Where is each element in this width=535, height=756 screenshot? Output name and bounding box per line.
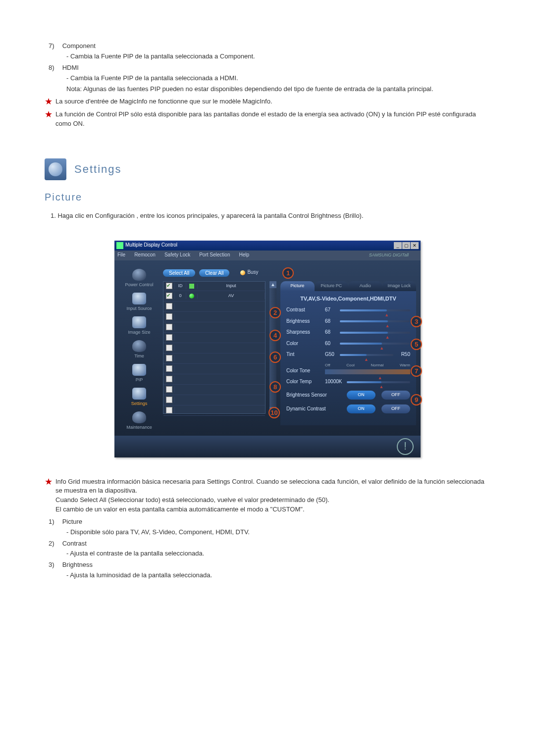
checkbox[interactable]: [166, 376, 172, 382]
checkbox[interactable]: [166, 334, 172, 341]
checkbox[interactable]: [166, 283, 172, 289]
pip-icon: [132, 364, 146, 376]
sidebar-item-pip[interactable]: PIP: [119, 362, 159, 383]
checkbox[interactable]: [166, 324, 172, 330]
col-input: Input: [198, 283, 265, 289]
table-row[interactable]: [163, 385, 265, 395]
maximize-button[interactable]: ▢: [402, 242, 410, 249]
table-row[interactable]: [163, 343, 265, 353]
sidebar-item-time[interactable]: Time: [119, 339, 159, 359]
settings-icon: [45, 158, 66, 180]
color-slider[interactable]: Color 60: [286, 340, 410, 348]
checkbox[interactable]: [166, 365, 172, 372]
checkbox[interactable]: [166, 303, 172, 309]
pane-subtitle: TV,AV,S-Video,Component,HDMI,DTV: [286, 295, 410, 303]
item-number: 2): [49, 539, 60, 549]
brightness-slider[interactable]: Brightness 68: [286, 318, 410, 325]
sidebar-item-image-size[interactable]: Image Size: [119, 315, 159, 336]
off-button[interactable]: OFF: [381, 391, 410, 400]
sidebar-label: Settings: [131, 401, 148, 407]
slider-value: 68: [325, 329, 340, 336]
footnote-text: La source d'entrée de MagicInfo ne fonct…: [55, 97, 490, 107]
minimize-button[interactable]: _: [394, 242, 402, 249]
table-row[interactable]: [163, 395, 265, 405]
sidebar-item-settings[interactable]: Settings: [119, 386, 159, 407]
slider-label: Contrast: [286, 306, 325, 314]
intro-number: 1.: [51, 212, 56, 219]
list-item: 3) Brightness Ajusta la luminosidad de l…: [49, 560, 490, 580]
checkbox[interactable]: [166, 345, 172, 351]
tab-picture-pc[interactable]: Picture PC: [315, 281, 349, 291]
sidebar-item-maintenance[interactable]: Maintenance: [119, 410, 159, 431]
contrast-slider[interactable]: Contrast 67: [286, 306, 410, 314]
tone-opt: Cool: [346, 362, 354, 368]
intro-text: Haga clic en Configuración , entre los i…: [57, 212, 363, 219]
color-temp-slider[interactable]: Color Temp 10000K: [286, 378, 410, 386]
slider-value-right: R50: [395, 351, 410, 358]
footnote-line: El cambio de un valor en esta pantalla c…: [55, 505, 490, 514]
maintenance-icon: [132, 411, 146, 423]
close-button[interactable]: ✕: [411, 242, 419, 249]
table-row[interactable]: [163, 312, 265, 322]
table-row[interactable]: [163, 333, 265, 343]
menu-file[interactable]: File: [117, 252, 125, 259]
sidebar-item-input-source[interactable]: Input Source: [119, 291, 159, 312]
table-row[interactable]: [163, 364, 265, 374]
on-button[interactable]: ON: [347, 404, 375, 413]
row-label: Dynamic Contrast: [286, 405, 341, 413]
checkbox[interactable]: [166, 407, 172, 413]
off-button[interactable]: OFF: [381, 404, 410, 413]
scroll-up-button[interactable]: ▲: [269, 281, 276, 288]
busy-icon: [240, 270, 245, 275]
sidebar: Power Control Input Source Image Size Ti…: [119, 267, 159, 431]
image-size-icon: [132, 316, 146, 328]
menu-port-selection[interactable]: Port Selection: [199, 252, 230, 259]
menu-safety-lock[interactable]: Safety Lock: [164, 252, 190, 259]
checkbox[interactable]: [166, 293, 172, 299]
status-col-icon: [189, 284, 194, 289]
checkbox[interactable]: [166, 386, 172, 393]
sidebar-item-power[interactable]: Power Control: [119, 267, 159, 288]
checkbox[interactable]: [166, 397, 172, 403]
select-all-button[interactable]: Select All: [163, 269, 195, 276]
sidebar-label: Image Size: [128, 329, 150, 336]
sidebar-label: Power Control: [125, 282, 153, 288]
color-tone-row[interactable]: Color Tone Off Cool Normal Warm: [286, 362, 410, 375]
tint-slider[interactable]: Tint G50 R50: [286, 351, 410, 358]
scrollbar[interactable]: ▲ ▼: [269, 281, 276, 414]
table-row[interactable]: [163, 405, 265, 416]
menu-help[interactable]: Help: [239, 252, 249, 259]
brand-label: SAMSUNG DIGITall: [369, 252, 409, 258]
checkbox[interactable]: [166, 355, 172, 361]
item-label: Component: [62, 42, 96, 50]
tab-picture[interactable]: Picture: [280, 281, 315, 291]
info-icon[interactable]: !: [397, 438, 414, 455]
table-row[interactable]: [163, 353, 265, 364]
tab-audio[interactable]: Audio: [348, 281, 382, 291]
tone-opt: Off: [325, 362, 330, 368]
table-row[interactable]: 0 AV: [163, 291, 265, 302]
item-number: 3): [49, 560, 60, 570]
table-row[interactable]: [163, 374, 265, 385]
menu-remocon[interactable]: Remocon: [134, 252, 156, 259]
on-button[interactable]: ON: [347, 391, 375, 400]
clear-all-button[interactable]: Clear All: [199, 269, 229, 276]
menubar: File Remocon Safety Lock Port Selection …: [114, 251, 421, 260]
status-on-icon: [189, 294, 194, 299]
list-item: 8) HDMI Cambia la Fuente PIP de la panta…: [49, 63, 490, 95]
input-source-icon: [132, 293, 146, 304]
cell-id: 0: [175, 293, 186, 299]
checkbox[interactable]: [166, 313, 172, 320]
slider-label: Brightness: [286, 318, 325, 325]
tab-image-lock[interactable]: Image Lock: [382, 281, 417, 291]
grid-header: ID Input: [163, 282, 265, 291]
list-item: 1) Picture Disponible sólo para TV, AV, …: [49, 517, 490, 537]
sharpness-slider[interactable]: Sharpness 68: [286, 329, 410, 336]
tone-opt: Normal: [371, 362, 383, 368]
item-label: Picture: [62, 518, 82, 525]
callout-8: 8: [269, 381, 281, 393]
table-row[interactable]: [163, 302, 265, 312]
subsection-title: Picture: [45, 190, 490, 204]
table-row[interactable]: [163, 322, 265, 333]
item-desc: Cambia la Fuente PIP de la pantalla sele…: [66, 74, 490, 83]
